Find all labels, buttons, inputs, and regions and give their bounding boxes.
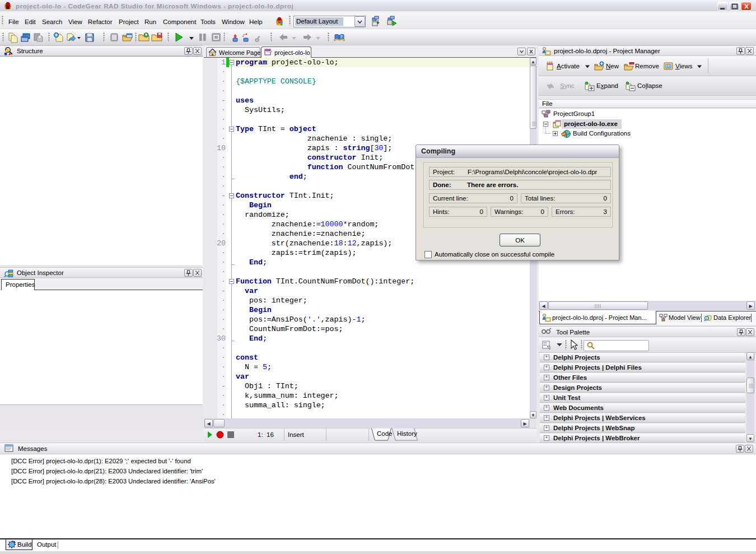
svg-text:?: ? (340, 35, 343, 39)
